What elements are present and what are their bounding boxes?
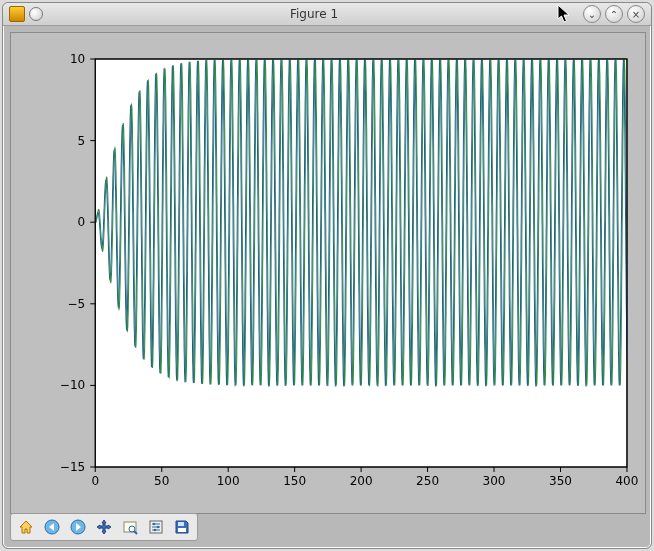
move-icon <box>96 519 112 535</box>
svg-text:50: 50 <box>154 474 169 488</box>
titlebar[interactable]: Figure 1 ⌄ ⌃ × <box>3 3 651 26</box>
plot-canvas[interactable]: 050100150200250300350400−15−10−50510 <box>17 39 639 507</box>
mpl-toolbar <box>10 513 198 541</box>
svg-text:0: 0 <box>91 474 99 488</box>
pin-icon[interactable] <box>29 7 43 21</box>
arrow-left-icon <box>44 519 60 535</box>
back-button[interactable] <box>39 515 65 539</box>
figure-window: Figure 1 ⌄ ⌃ × 050100150200250300350400−… <box>2 2 652 549</box>
svg-text:100: 100 <box>217 474 240 488</box>
pan-button[interactable] <box>91 515 117 539</box>
window-title: Figure 1 <box>49 7 579 21</box>
zoom-rect-icon <box>122 519 138 535</box>
svg-rect-46 <box>178 528 186 532</box>
svg-text:150: 150 <box>283 474 306 488</box>
svg-text:200: 200 <box>350 474 373 488</box>
home-icon <box>18 519 34 535</box>
svg-point-43 <box>157 526 160 529</box>
home-button[interactable] <box>13 515 39 539</box>
svg-text:10: 10 <box>70 52 85 66</box>
save-button[interactable] <box>169 515 195 539</box>
subplots-button[interactable] <box>143 515 169 539</box>
svg-text:0: 0 <box>78 215 86 229</box>
svg-rect-45 <box>178 522 184 526</box>
plot-svg: 050100150200250300350400−15−10−50510 <box>17 39 639 507</box>
close-button[interactable]: × <box>627 5 645 23</box>
svg-text:5: 5 <box>78 134 86 148</box>
maximize-button[interactable]: ⌃ <box>605 5 623 23</box>
minimize-button[interactable]: ⌄ <box>583 5 601 23</box>
arrow-right-icon <box>70 519 86 535</box>
svg-point-44 <box>154 529 157 532</box>
forward-button[interactable] <box>65 515 91 539</box>
svg-text:300: 300 <box>483 474 506 488</box>
figure-area: 050100150200250300350400−15−10−50510 <box>10 32 646 514</box>
svg-text:−10: −10 <box>60 378 85 392</box>
svg-text:−5: −5 <box>67 297 85 311</box>
svg-text:250: 250 <box>416 474 439 488</box>
svg-point-42 <box>153 523 156 526</box>
app-icon <box>9 6 25 22</box>
svg-line-37 <box>134 531 137 534</box>
svg-text:400: 400 <box>615 474 638 488</box>
zoom-button[interactable] <box>117 515 143 539</box>
svg-text:350: 350 <box>549 474 572 488</box>
svg-text:−15: −15 <box>60 460 85 474</box>
floppy-icon <box>174 519 190 535</box>
sliders-icon <box>148 519 164 535</box>
